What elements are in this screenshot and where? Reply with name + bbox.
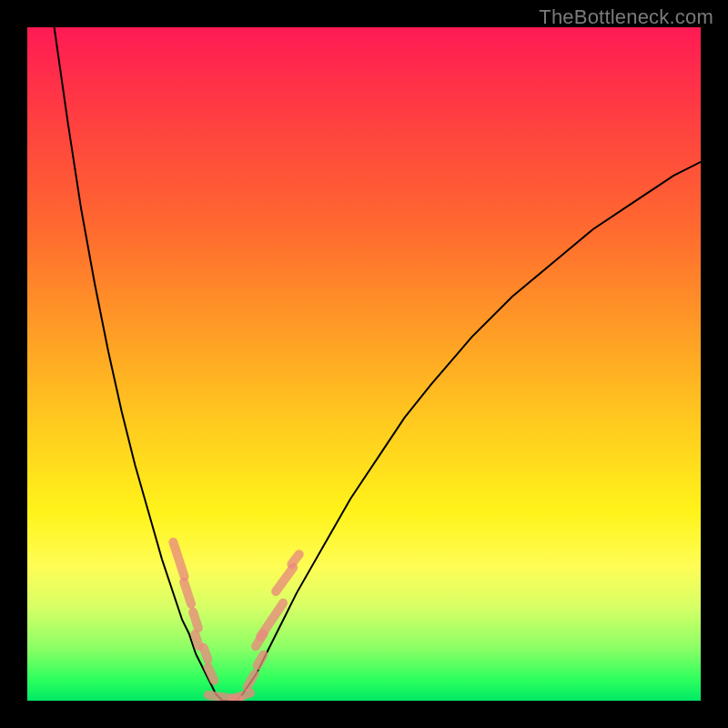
curve-marker (167, 536, 190, 581)
curve-line (55, 27, 701, 701)
curve-marker (251, 649, 270, 672)
chart-frame: TheBottleneck.com (0, 0, 728, 728)
curve-marker (178, 576, 197, 610)
curve-marker (187, 606, 204, 633)
plot-area (27, 27, 701, 701)
curve-marker (241, 668, 261, 693)
bottleneck-curve (27, 27, 701, 701)
watermark-text: TheBottleneck.com (539, 5, 713, 29)
